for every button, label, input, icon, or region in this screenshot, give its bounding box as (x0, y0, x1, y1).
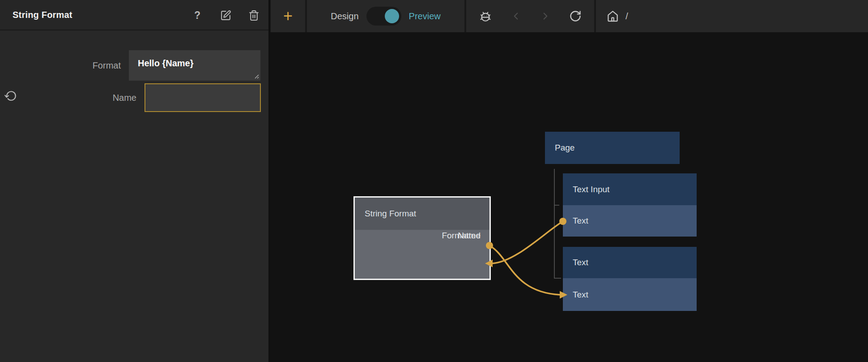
hierarchy-line (554, 169, 561, 278)
node-graph-canvas[interactable]: Page Text Input Text Text Text String Fo… (270, 32, 868, 362)
home-button[interactable] (607, 10, 619, 22)
page-node[interactable]: Page (545, 132, 680, 164)
nav-forward-button[interactable] (540, 10, 551, 22)
refresh-icon (569, 10, 582, 22)
edit-node-button[interactable] (220, 9, 231, 21)
bug-icon (479, 9, 492, 23)
debug-button[interactable] (479, 9, 492, 23)
toolbar-nav-section (466, 0, 594, 32)
string-format-node-body: Formatted Name (355, 230, 489, 279)
text-input-node[interactable]: Text Input Text (563, 173, 697, 237)
panel-body: Format Hello {Name} Name (0, 31, 268, 362)
breadcrumb-separator: / (625, 11, 628, 22)
preview-mode-label[interactable]: Preview (409, 11, 441, 22)
text-input-node-title: Text Input (573, 185, 609, 194)
app-window: String Format ? (0, 0, 868, 362)
textarea-resize-handle-icon[interactable] (253, 73, 259, 79)
text-node-header: Text (563, 247, 697, 278)
text-node[interactable]: Text Text (563, 247, 697, 311)
delete-node-button[interactable] (248, 9, 260, 21)
property-panel: String Format ? (0, 0, 268, 362)
toolbar: + Design Preview (270, 0, 868, 32)
add-node-button[interactable]: + (283, 8, 293, 24)
name-value-input[interactable] (145, 83, 261, 112)
text-input-text-port[interactable]: Text (563, 205, 697, 237)
nav-back-button[interactable] (510, 10, 522, 22)
format-value-textarea[interactable]: Hello {Name} (129, 50, 260, 81)
help-button[interactable]: ? (191, 9, 203, 21)
question-mark-icon: ? (194, 9, 200, 22)
text-input-node-header: Text Input (563, 173, 697, 205)
text-node-text-port-label: Text (573, 290, 588, 300)
chevron-left-icon (510, 10, 522, 22)
toolbar-add-section: + (271, 0, 305, 32)
edit-icon (220, 10, 231, 21)
string-format-node-title: String Format (365, 209, 416, 219)
name-input-port[interactable]: Name (355, 230, 489, 241)
page-node-title: Page (555, 143, 574, 153)
text-input-text-port-label: Text (573, 216, 588, 226)
design-mode-label[interactable]: Design (331, 11, 358, 22)
home-icon (607, 10, 619, 22)
string-format-node-header: String Format (355, 198, 489, 230)
panel-header-actions: ? (191, 0, 268, 30)
wire-textinput-to-name[interactable] (492, 221, 563, 263)
chevron-right-icon (540, 10, 551, 22)
refresh-button[interactable] (569, 10, 582, 22)
toolbar-breadcrumb-section: / (596, 0, 868, 32)
string-format-node-selected[interactable]: String Format Formatted Name (353, 196, 491, 280)
panel-title: String Format (13, 10, 72, 20)
wire-formatted-to-text[interactable] (489, 246, 560, 295)
name-property-label: Name (0, 92, 136, 103)
design-preview-toggle[interactable] (366, 7, 401, 26)
text-node-text-port[interactable]: Text (563, 278, 697, 311)
panel-header: String Format ? (0, 0, 268, 30)
page-node-header: Page (545, 132, 680, 164)
toggle-knob (385, 9, 399, 23)
trash-icon (248, 10, 260, 21)
toolbar-mode-section: Design Preview (307, 0, 464, 32)
format-property-label: Format (0, 60, 121, 71)
text-node-title: Text (573, 258, 588, 267)
